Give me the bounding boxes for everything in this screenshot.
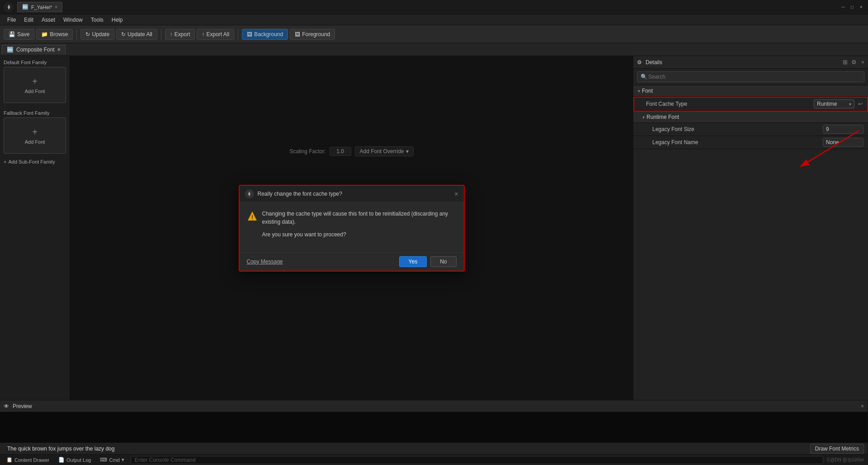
plus-icon-default: + xyxy=(32,76,38,87)
details-gear-icon: ⚙ xyxy=(637,59,642,66)
toolbar: 💾 Save 📁 Browse ↻ Update ↻ Update All ↑ … xyxy=(0,25,868,43)
preview-title: Preview xyxy=(13,403,32,409)
add-font-box-fallback[interactable]: + Add Font xyxy=(4,117,66,154)
background-icon: 🖼 xyxy=(247,31,252,38)
font-section-header[interactable]: Font xyxy=(633,85,868,97)
add-subfont-icon: + xyxy=(4,159,6,164)
details-settings-icon[interactable]: ⚙ xyxy=(850,58,858,66)
left-panel: Default Font Family + Add Font Fallback … xyxy=(0,56,70,400)
save-button[interactable]: 💾 Save xyxy=(4,29,34,40)
font-cache-reset-btn[interactable]: ↩ xyxy=(858,101,863,107)
menu-help[interactable]: Help xyxy=(108,16,127,24)
runtime-font-label: Runtime Font xyxy=(646,114,679,120)
add-subfont-label: Add Sub-Font Family xyxy=(8,159,55,164)
dialog-action-buttons: Yes No xyxy=(399,256,457,267)
menu-asset[interactable]: Asset xyxy=(38,16,59,24)
menu-file[interactable]: File xyxy=(4,16,19,24)
search-icon: 🔍 xyxy=(641,74,647,80)
font-cache-type-label: Font Cache Type xyxy=(639,101,814,107)
composite-font-tab-close[interactable]: × xyxy=(57,47,61,53)
center-area: Scaling Factor: Add Font Override ▾ ⧫ Re… xyxy=(70,56,633,400)
draw-font-metrics-button[interactable]: Draw Font Metrics xyxy=(810,444,864,454)
details-grid-icon[interactable]: ⊞ xyxy=(842,58,849,66)
menu-window[interactable]: Window xyxy=(60,16,86,24)
preview-footer: The quick brown fox jumps over the lazy … xyxy=(0,442,868,454)
browse-icon: 📁 xyxy=(41,31,48,38)
legacy-font-name-row: Legacy Font Name xyxy=(633,136,868,149)
tab-close-btn[interactable]: × xyxy=(55,5,57,9)
export-all-button[interactable]: ↑ Export All xyxy=(197,29,234,40)
dialog-close-btn[interactable]: × xyxy=(454,190,458,197)
background-button[interactable]: 🖼 Background xyxy=(242,29,288,40)
output-log-btn[interactable]: 📄 Output Log xyxy=(56,456,94,464)
dialog-ue-logo: ⧫ xyxy=(245,189,254,198)
cmd-btn[interactable]: ⌨ Cmd ▾ xyxy=(97,456,127,464)
yes-button[interactable]: Yes xyxy=(399,256,427,267)
details-title: Details xyxy=(646,59,838,66)
dialog-message-row: ! Changing the cache type will cause thi… xyxy=(247,210,457,226)
maximize-btn[interactable]: □ xyxy=(849,4,855,10)
font-cache-type-value: Runtime ↩ xyxy=(814,99,863,108)
file-tab[interactable]: 🔤 F_YaHei* × xyxy=(17,2,62,12)
minimize-btn[interactable]: ─ xyxy=(840,4,846,10)
export-all-icon: ↑ xyxy=(202,31,204,38)
default-font-family-section: Default Font Family + Add Font xyxy=(4,60,66,103)
output-log-icon: 📄 xyxy=(58,457,65,463)
close-btn[interactable]: × xyxy=(858,4,864,10)
export-button[interactable]: ↑ Export xyxy=(165,29,195,40)
details-header: ⚙ Details ⊞ ⚙ × xyxy=(633,56,868,69)
add-font-box-default[interactable]: + Add Font xyxy=(4,67,66,103)
tab-icon: 🔤 xyxy=(22,4,28,10)
browse-button[interactable]: 📁 Browse xyxy=(36,29,73,40)
legacy-font-name-input[interactable] xyxy=(823,138,863,147)
dialog-body: ! Changing the cache type will cause thi… xyxy=(240,202,464,252)
plus-icon-fallback: + xyxy=(32,127,38,137)
preview-close-btn[interactable]: × xyxy=(861,403,864,409)
main-layout: Default Font Family + Add Font Fallback … xyxy=(0,56,868,400)
watermark: C@DN @去GitSer xyxy=(827,457,864,463)
dialog-box: ⧫ Really change the font cache type? × !… xyxy=(239,185,465,272)
save-icon: 💾 xyxy=(9,31,15,38)
add-font-label-fallback: Add Font xyxy=(25,139,45,145)
preview-icon: 👁 xyxy=(4,403,9,409)
composite-font-tab[interactable]: 🔤 Composite Font × xyxy=(2,45,66,54)
content-drawer-icon: 📋 xyxy=(6,457,13,463)
status-bar: 📋 Content Drawer 📄 Output Log ⌨ Cmd ▾ C@… xyxy=(0,454,868,465)
update-button[interactable]: ↻ Update xyxy=(80,29,114,40)
legacy-font-size-value xyxy=(823,125,863,134)
toolbar-separator-3 xyxy=(238,29,238,40)
legacy-font-size-label: Legacy Font Size xyxy=(638,126,823,132)
details-search-input[interactable] xyxy=(637,71,864,82)
add-subfont-family[interactable]: + Add Sub-Font Family xyxy=(4,157,66,166)
title-bar: ⧫ 🔤 F_YaHei* × ─ □ × xyxy=(0,0,868,14)
font-section-label: Font xyxy=(642,88,653,94)
update-all-button[interactable]: ↻ Update All xyxy=(116,29,157,40)
no-button[interactable]: No xyxy=(430,256,456,267)
output-log-label: Output Log xyxy=(66,457,91,463)
font-section-chevron xyxy=(638,89,640,94)
update-icon: ↻ xyxy=(85,31,90,38)
dialog-overlay: ⧫ Really change the font cache type? × !… xyxy=(70,56,633,400)
fallback-font-family-label: Fallback Font Family xyxy=(4,110,66,116)
foreground-button[interactable]: 🖼 Foreground xyxy=(290,29,335,40)
fallback-font-family-section: Fallback Font Family + Add Font xyxy=(4,110,66,154)
menu-tools[interactable]: Tools xyxy=(87,16,107,24)
copy-message-button[interactable]: Copy Message xyxy=(247,258,283,265)
content-drawer-btn[interactable]: 📋 Content Drawer xyxy=(4,456,52,464)
export-icon: ↑ xyxy=(170,31,173,38)
right-panel-icons: ⊞ ⚙ xyxy=(842,58,858,66)
preview-header: 👁 Preview × xyxy=(0,400,868,412)
cmd-chevron: ▾ xyxy=(122,457,124,463)
window-controls: ─ □ × xyxy=(840,4,864,10)
menu-edit[interactable]: Edit xyxy=(20,16,37,24)
legacy-font-name-value xyxy=(823,138,863,147)
font-cache-type-dropdown[interactable]: Runtime xyxy=(814,99,854,108)
details-close-btn[interactable]: × xyxy=(861,59,864,66)
legacy-font-size-input[interactable] xyxy=(823,125,863,134)
runtime-font-header[interactable]: Runtime Font xyxy=(633,112,868,123)
composite-font-tab-label: Composite Font xyxy=(16,47,55,53)
ue-logo: ⧫ xyxy=(4,2,14,12)
console-input[interactable] xyxy=(131,456,823,464)
right-panel: ⚙ Details ⊞ ⚙ × 🔍 Font Font Ca xyxy=(633,56,868,400)
menu-bar: File Edit Asset Window Tools Help xyxy=(0,14,868,25)
